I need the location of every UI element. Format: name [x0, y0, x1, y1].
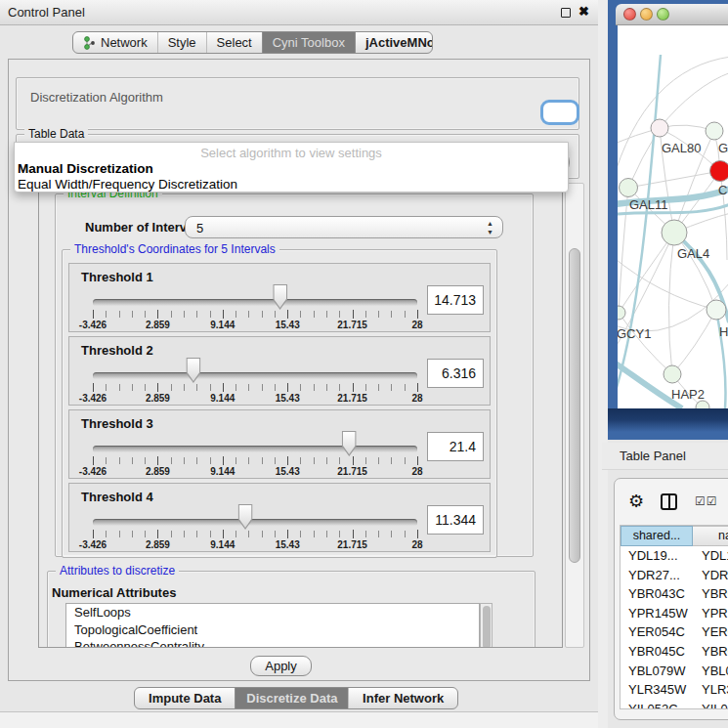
attributes-scrollbar-thumb[interactable]: [483, 606, 491, 648]
algorithm-combobox-focused[interactable]: [540, 100, 579, 125]
slider-major-ticks: [93, 310, 418, 319]
table-row[interactable]: YBR043CYBR0: [621, 584, 728, 604]
minimize-window-icon[interactable]: [640, 8, 653, 21]
cell-name[interactable]: YPR1: [693, 604, 728, 623]
close-panel-icon[interactable]: ✖: [578, 4, 589, 19]
slider-handle[interactable]: [273, 284, 287, 310]
panel-splitter[interactable]: [598, 0, 608, 728]
table-row[interactable]: YDR27...YDR2: [621, 566, 728, 585]
network-node[interactable]: [664, 365, 681, 383]
cell-shared-name[interactable]: YBR043C: [621, 584, 693, 604]
node-attribute-table: shared... na YDL19...YDL1YDR27...YDR2YBR…: [620, 525, 728, 709]
settings-scrollbar-thumb[interactable]: [569, 248, 580, 563]
network-canvas[interactable]: GAL80GACGAL11GAL4GCY1HHAP2: [618, 25, 728, 408]
threshold-value-field[interactable]: 21.4: [427, 432, 484, 461]
network-node[interactable]: [707, 300, 726, 320]
cell-name[interactable]: YBR0: [693, 584, 728, 604]
cell-name[interactable]: YDL1: [693, 546, 728, 566]
table-row[interactable]: YBL079WYBL0: [621, 662, 728, 681]
slider-scale-label: 15.43: [276, 466, 300, 477]
threshold-value-field[interactable]: 11.344: [427, 505, 484, 535]
column-header-name[interactable]: na: [693, 526, 728, 546]
attribute-list-item[interactable]: TopologicalCoefficient: [66, 621, 479, 639]
network-node[interactable]: [662, 220, 687, 245]
network-window-titlebar[interactable]: [616, 4, 728, 25]
cell-name[interactable]: YBL0: [693, 662, 728, 681]
table-row[interactable]: YPR145WYPR1: [621, 604, 728, 623]
cell-name[interactable]: YBR0: [693, 642, 728, 662]
cell-shared-name[interactable]: YLR345W: [621, 680, 693, 700]
slider-scale-label: 21.715: [337, 466, 367, 477]
attribute-list-item[interactable]: SelfLoops: [66, 604, 479, 621]
table-row[interactable]: YER054CYER0: [621, 622, 728, 642]
threshold-panels: Threshold 1 -3.4262.8599.14415.4321.7152…: [68, 263, 491, 556]
slider-track[interactable]: [93, 372, 417, 379]
network-node[interactable]: [710, 161, 728, 182]
network-node[interactable]: [618, 306, 625, 320]
cell-name[interactable]: YDR2: [693, 566, 728, 585]
tab-infer-network[interactable]: Infer Network: [348, 688, 457, 708]
tab-network[interactable]: Network: [73, 32, 157, 53]
popup-option-manual-discretization[interactable]: Manual Discretization: [18, 161, 153, 176]
numerical-attributes-list[interactable]: SelfLoopsTopologicalCoefficientBetweenne…: [65, 603, 480, 648]
gear-icon[interactable]: ⚙: [628, 491, 644, 512]
slider-handle[interactable]: [238, 504, 253, 530]
cell-name[interactable]: YLR3: [693, 680, 728, 700]
network-node[interactable]: [620, 179, 638, 197]
settings-vertical-scrollbar[interactable]: [565, 183, 584, 648]
network-node[interactable]: [696, 401, 709, 408]
threshold-slider[interactable]: -3.4262.8599.14415.4321.71528: [93, 264, 417, 331]
attribute-list-item[interactable]: BetweennessCentrality: [66, 638, 479, 648]
popup-option-equal-width[interactable]: Equal Width/Frequency Discretization: [18, 177, 237, 192]
slider-handle[interactable]: [186, 358, 200, 383]
network-node[interactable]: [651, 119, 668, 137]
cell-shared-name[interactable]: YDR27...: [621, 566, 693, 585]
cell-shared-name[interactable]: YIL052C: [621, 700, 693, 709]
column-layout-icon[interactable]: [661, 493, 677, 510]
slider-track[interactable]: [93, 446, 417, 452]
slider-major-ticks: [93, 456, 418, 465]
slider-scale-label: 9.144: [210, 539, 235, 550]
slider-track[interactable]: [93, 519, 417, 526]
table-row[interactable]: YBR045CYBR0: [621, 642, 728, 662]
threshold-value-field[interactable]: 14.713: [427, 285, 484, 315]
popup-hint: Select algorithm to view settings: [15, 146, 568, 160]
slider-major-ticks: [93, 530, 418, 538]
threshold-slider[interactable]: -3.4262.8599.14415.4321.71528: [93, 410, 417, 478]
slider-scale-label: 15.43: [276, 393, 300, 404]
slider-track[interactable]: [93, 299, 417, 306]
apply-button[interactable]: Apply: [250, 656, 312, 676]
table-row[interactable]: YDL19...YDL1: [621, 546, 728, 566]
tab-cyni-toolbox[interactable]: Cyni Toolbox: [262, 32, 355, 53]
tab-select[interactable]: Select: [206, 32, 262, 53]
slider-scale-label: 15.43: [276, 320, 300, 330]
tab-jactivemnodules[interactable]: jActiveMNodules: [355, 32, 433, 53]
threshold-slider[interactable]: -3.4262.8599.14415.4321.71528: [93, 484, 417, 551]
cell-shared-name[interactable]: YBL079W: [621, 662, 693, 681]
tab-style[interactable]: Style: [157, 32, 206, 53]
slider-scale-label: -3.426: [79, 320, 107, 330]
float-panel-icon[interactable]: [561, 8, 571, 18]
tab-impute-data[interactable]: Impute Data: [135, 688, 235, 708]
attributes-list-scrollbar[interactable]: [480, 603, 492, 648]
close-window-icon[interactable]: [623, 8, 636, 21]
threshold-slider[interactable]: -3.4262.8599.14415.4321.71528: [93, 337, 417, 405]
slider-handle[interactable]: [342, 431, 357, 456]
attributes-group: Attributes to discretize Numerical Attri…: [47, 571, 535, 648]
cell-shared-name[interactable]: YDL19...: [621, 546, 693, 566]
cell-name[interactable]: YIL0: [693, 700, 728, 709]
table-row[interactable]: YLR345WYLR3: [621, 680, 728, 700]
network-window-frame: [608, 408, 728, 440]
network-node[interactable]: [706, 122, 723, 140]
cell-shared-name[interactable]: YBR045C: [621, 642, 693, 662]
zoom-window-icon[interactable]: [657, 8, 669, 21]
threshold-value-field[interactable]: 6.316: [427, 359, 484, 388]
number-of-intervals-combobox[interactable]: 5 ▲▼: [185, 216, 503, 238]
cell-name[interactable]: YER0: [693, 622, 728, 642]
select-columns-icon[interactable]: ☑☑: [695, 494, 718, 508]
table-row[interactable]: YIL052CYIL0: [621, 700, 728, 709]
tab-discretize-data[interactable]: Discretize Data: [235, 688, 348, 708]
column-header-shared-name[interactable]: shared...: [621, 526, 693, 546]
cell-shared-name[interactable]: YER054C: [621, 622, 693, 642]
cell-shared-name[interactable]: YPR145W: [621, 604, 693, 623]
